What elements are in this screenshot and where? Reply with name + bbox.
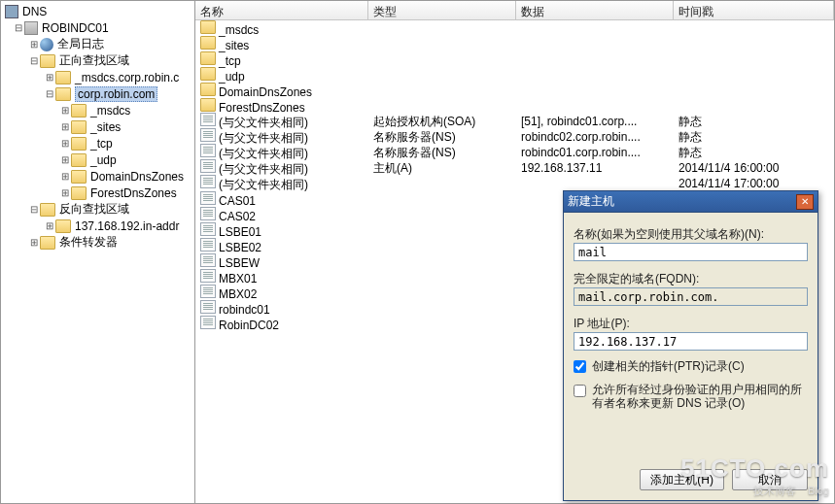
folder-icon — [200, 67, 216, 81]
name-input[interactable] — [574, 243, 808, 261]
cell-name: MBX01 — [195, 269, 368, 286]
collapse-icon[interactable]: ⊟ — [28, 204, 40, 215]
expand-icon[interactable]: ⊞ — [28, 39, 40, 50]
cell-data: [51], robindc01.corp.... — [516, 115, 674, 128]
record-name: MBX02 — [219, 287, 257, 301]
record-row[interactable]: _udp — [195, 67, 834, 83]
cancel-button[interactable]: 取消 — [732, 469, 808, 490]
ip-input[interactable] — [574, 332, 808, 351]
tree-label: DomainDnsZones — [90, 170, 184, 184]
folder-icon — [71, 153, 87, 167]
collapse-icon[interactable]: ⊟ — [28, 55, 40, 66]
folder-icon — [71, 104, 87, 118]
cell-name: RobinDC02 — [195, 316, 368, 332]
cell-name: LSBE01 — [195, 222, 368, 239]
expand-icon[interactable]: ⊞ — [59, 187, 71, 198]
record-name: _udp — [219, 70, 245, 84]
close-button[interactable]: ✕ — [796, 194, 814, 210]
record-name: MBX01 — [219, 272, 257, 286]
cell-data: robindc02.corp.robin.... — [516, 130, 674, 144]
tree-label: 反向查找区域 — [59, 201, 129, 218]
dialog-title: 新建主机 — [568, 193, 614, 210]
collapse-icon[interactable]: ⊟ — [13, 22, 24, 33]
tree-label: ROBINDC01 — [42, 21, 109, 35]
record-row[interactable]: DomainDnsZones — [195, 83, 834, 98]
page-icon — [200, 144, 216, 157]
collapse-icon[interactable]: ⊟ — [44, 88, 55, 99]
expand-icon[interactable]: ⊞ — [28, 237, 40, 248]
record-row[interactable]: _sites — [195, 36, 834, 51]
fqdn-input — [574, 287, 808, 306]
tree-sub-tcp[interactable]: ⊞_tcp — [3, 135, 194, 151]
ptr-checkbox-row: 创建相关的指针(PTR)记录(C) — [574, 358, 808, 375]
expand-icon[interactable]: ⊞ — [59, 105, 71, 116]
tree-forward-zones[interactable]: ⊟ 正向查找区域 — [3, 52, 194, 69]
cell-name: DomainDnsZones — [195, 83, 368, 99]
col-timestamp[interactable]: 时间戳 — [674, 1, 834, 19]
record-row[interactable]: (与父文件夹相同)2014/11/4 17:00:00 — [195, 176, 834, 191]
folder-icon — [40, 54, 55, 68]
tree-sub-fdz[interactable]: ⊞ForestDnsZones — [3, 185, 194, 201]
tree-label: corp.robin.com — [75, 86, 157, 102]
ptr-checkbox[interactable] — [574, 360, 586, 373]
tree-msdcs-zone[interactable]: ⊞ _msdcs.corp.robin.c — [3, 69, 194, 85]
record-name: _sites — [219, 39, 249, 52]
cell-timestamp: 静态 — [674, 145, 834, 161]
tree-sub-sites[interactable]: ⊞_sites — [3, 118, 194, 135]
dialog-titlebar[interactable]: 新建主机 ✕ — [564, 191, 818, 213]
cell-name: LSBEW — [195, 253, 368, 270]
dns-icon — [5, 5, 18, 18]
dns-tree: DNS ⊟ ROBINDC01 ⊞ 全局日志 ⊟ 正向查找区域 ⊞ _msdcs… — [1, 1, 194, 251]
col-data[interactable]: 数据 — [516, 1, 674, 19]
globe-icon — [40, 38, 53, 51]
expand-icon[interactable]: ⊞ — [44, 72, 55, 83]
tree-label: _msdcs.corp.robin.c — [75, 71, 179, 84]
tree-label: _sites — [90, 120, 121, 134]
page-icon — [200, 175, 216, 188]
tree-reverse-zones[interactable]: ⊟ 反向查找区域 — [3, 201, 194, 218]
tree-sub-udp[interactable]: ⊞_udp — [3, 151, 194, 168]
folder-icon — [40, 236, 55, 250]
tree-server[interactable]: ⊟ ROBINDC01 — [3, 19, 194, 36]
cell-name: _msdcs — [195, 20, 368, 37]
record-name: LSBE01 — [219, 225, 261, 239]
cell-timestamp: 2014/11/4 17:00:00 — [674, 177, 834, 190]
add-host-button[interactable]: 添加主机(H) — [640, 469, 724, 490]
tree-label: _tcp — [90, 137, 113, 151]
new-host-dialog: 新建主机 ✕ 名称(如果为空则使用其父域名称)(N): 完全限定的域名(FQDN… — [563, 190, 818, 501]
expand-icon[interactable]: ⊞ — [44, 220, 55, 231]
tree-sub-msdcs[interactable]: ⊞_msdcs — [3, 102, 194, 118]
dialog-buttons: 添加主机(H) 取消 — [640, 469, 808, 490]
folder-icon — [200, 98, 216, 112]
ptr-checkbox-label: 创建相关的指针(PTR)记录(C) — [592, 358, 745, 375]
record-name: RobinDC02 — [219, 319, 279, 332]
folder-icon — [55, 71, 71, 84]
expand-icon[interactable]: ⊞ — [59, 138, 71, 149]
expand-icon[interactable]: ⊞ — [59, 154, 71, 165]
cell-timestamp: 静态 — [674, 114, 834, 130]
cell-name: CAS01 — [195, 191, 368, 208]
folder-icon — [71, 137, 87, 151]
page-icon — [200, 269, 216, 283]
page-icon — [200, 128, 216, 142]
col-type[interactable]: 类型 — [368, 1, 516, 19]
expand-icon[interactable]: ⊞ — [59, 121, 71, 132]
folder-icon — [40, 203, 55, 217]
cell-name: MBX02 — [195, 285, 368, 301]
tree-sub-ddz[interactable]: ⊞DomainDnsZones — [3, 168, 194, 185]
folder-icon — [55, 219, 71, 233]
expand-icon[interactable]: ⊞ — [59, 171, 71, 182]
tree-reverse-entry[interactable]: ⊞137.168.192.in-addr — [3, 218, 194, 234]
page-icon — [200, 316, 216, 329]
record-name: (与父文件夹相同) — [219, 116, 308, 129]
auth-checkbox[interactable] — [574, 385, 586, 397]
tree-global-log[interactable]: ⊞ 全局日志 — [3, 36, 194, 52]
tree-conditional-fwd[interactable]: ⊞ 条件转发器 — [3, 234, 194, 251]
tree-corp-zone[interactable]: ⊟ corp.robin.com — [3, 85, 194, 102]
record-row[interactable]: _tcp — [195, 51, 834, 67]
record-row[interactable]: _msdcs — [195, 20, 834, 36]
tree-root-dns[interactable]: DNS — [3, 3, 194, 19]
col-name[interactable]: 名称 — [195, 1, 368, 19]
cell-name: CAS02 — [195, 207, 368, 223]
folder-icon — [71, 186, 87, 200]
